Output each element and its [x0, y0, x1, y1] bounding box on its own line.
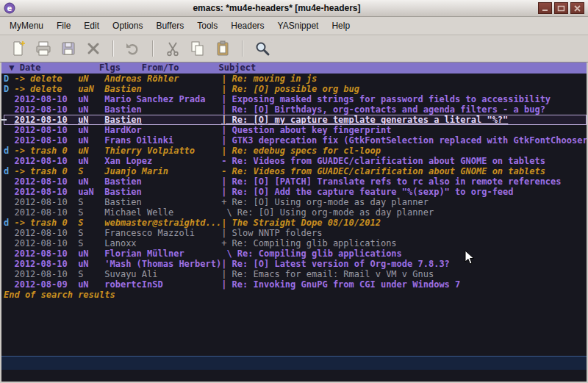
close-button[interactable]: [570, 2, 584, 14]
message-subject: | Exposing masked strings for password f…: [221, 94, 587, 104]
mark-char: d: [4, 166, 14, 176]
menu-item[interactable]: Help: [325, 18, 356, 33]
message-row[interactable]: 2012-08-10 uN HardKor | Question about k…: [4, 125, 587, 135]
message-row[interactable]: 2012-08-10 uN Frans Oilinki | GTK3 depre…: [4, 135, 587, 146]
search-icon: [254, 40, 271, 57]
message-row[interactable]: 2012-08-10 S Suvayu Ali | Re: Emacs for …: [4, 269, 587, 279]
message-from: Xan Lopez: [104, 156, 221, 166]
menu-item[interactable]: File: [50, 18, 77, 33]
message-row[interactable]: 2012-08-10 uN Florian Müllner \ Re: Comp…: [4, 248, 587, 259]
column-header-from[interactable]: From/To: [142, 62, 179, 74]
print-button[interactable]: [32, 37, 54, 60]
minimize-icon: [541, 5, 549, 12]
mark-char: [4, 156, 14, 166]
message-from: Bastien: [104, 104, 221, 115]
message-subject: | The Straight Dope 08/10/2012: [221, 218, 587, 228]
message-row[interactable]: d -> trash 0 S Juanjo Marin - Re: Videos…: [4, 166, 587, 176]
message-subject: | Re: [O] possible org bug: [221, 84, 587, 94]
message-date: 2012-08-10: [14, 228, 78, 238]
message-row[interactable]: 2012-08-10 uN Xan Lopez - Re: Videos fro…: [4, 156, 587, 166]
message-date: 2012-08-10: [14, 135, 78, 146]
toolbar-separator: [242, 40, 243, 57]
mark-char: [4, 269, 14, 279]
message-subject: \ Re: Compiling glib applications: [221, 248, 587, 259]
copy-button[interactable]: [187, 37, 209, 60]
close-buffer-button[interactable]: [82, 37, 104, 60]
cut-button[interactable]: [162, 37, 184, 60]
message-date: 2012-08-10: [14, 176, 78, 187]
message-flags: uN: [78, 176, 104, 187]
message-row[interactable]: 2012-08-10 S Michael Welle \ Re: [O] Usi…: [4, 207, 587, 218]
mode-line: *mu4e-headers* ( 5, 0) [All/2.0k] [mu4e-…: [1, 356, 587, 370]
message-date: 2012-08-10: [14, 207, 78, 218]
column-header-date[interactable]: ▼ Date: [9, 62, 40, 74]
message-row[interactable]: D -> delete uN Andreas Röhler | Re: movi…: [4, 74, 587, 84]
message-subject: - Re: Videos from GUADEC/clarification a…: [221, 166, 587, 176]
menu-item[interactable]: Edit: [77, 18, 106, 33]
message-subject: | Re: [O] Birthdays, org-contacts and ag…: [221, 104, 587, 115]
message-flags: uN: [78, 156, 104, 166]
message-date: 2012-08-10: [14, 269, 78, 279]
message-date: 2012-08-10: [14, 197, 78, 207]
emacs-window: e emacs: *mu4e-headers* [mu4e-headers] M…: [0, 0, 588, 383]
message-row[interactable]: D -> delete uaN Bastien | Re: [O] possib…: [4, 84, 587, 94]
print-icon: [35, 40, 52, 57]
message-row[interactable]: 2012-08-10 uN 'Mash (Thomas Herbert) | R…: [4, 259, 587, 269]
window-title: emacs: *mu4e-headers* [mu4e-headers]: [18, 3, 535, 13]
message-row[interactable]: d -> trash 0 uN Thierry Volpiatto | Re: …: [4, 146, 587, 156]
message-date: 2012-08-10: [14, 115, 78, 125]
message-flags: uN: [78, 74, 104, 84]
message-row[interactable]: 2012-08-10 uN Bastien | Re: [O] my captu…: [4, 115, 587, 125]
headers-header-line: ▼ Date Flgs From/To Subject: [1, 62, 587, 74]
message-row[interactable]: 2012-08-10 S Francesco Mazzoli | Slow NN…: [4, 228, 587, 238]
minimize-button[interactable]: [538, 2, 552, 14]
message-flags: uN: [78, 248, 104, 259]
mark-char: [4, 238, 14, 248]
mark-char: d: [4, 146, 14, 156]
message-flags: uaN: [78, 187, 104, 197]
message-flags: uN: [78, 104, 104, 115]
message-from: Michael Welle: [104, 207, 221, 218]
message-row[interactable]: d -> trash 0 S webmaster@straightd... | …: [4, 218, 587, 228]
message-row[interactable]: 2012-08-10 uN Bastien | Re: [O] Birthday…: [4, 104, 587, 115]
message-subject: - Re: Videos from GUADEC/clarification a…: [221, 156, 587, 166]
message-row[interactable]: 2012-08-09 uN robertcInSD | Re: Invoking…: [4, 279, 587, 290]
message-row[interactable]: 2012-08-10 uN Mario Sanchez Prada | Expo…: [4, 94, 587, 104]
menu-item[interactable]: Options: [106, 18, 149, 33]
column-header-flags[interactable]: Flgs: [99, 62, 121, 74]
message-date: -> delete: [14, 84, 78, 94]
message-from: Bastien: [104, 84, 221, 94]
minibuffer[interactable]: [1, 370, 587, 382]
menu-item[interactable]: MyMenu: [3, 18, 50, 33]
menu-item[interactable]: YASnippet: [271, 18, 326, 33]
message-from: Bastien: [104, 197, 221, 207]
save-button[interactable]: [57, 37, 79, 60]
message-flags: uN: [78, 259, 104, 269]
undo-button[interactable]: [122, 37, 144, 60]
message-row[interactable]: 2012-08-10 S Bastien + Re: [O] Using org…: [4, 197, 587, 207]
mark-char: [4, 197, 14, 207]
message-row[interactable]: 2012-08-10 uN Bastien | Re: [O] [PATCH] …: [4, 176, 587, 187]
message-flags: S: [78, 238, 104, 248]
message-from: Thierry Volpiatto: [104, 146, 221, 156]
message-row[interactable]: 2012-08-10 S Lanoxx + Re: Compiling glib…: [4, 238, 587, 248]
maximize-button[interactable]: [554, 2, 568, 14]
mu4e-headers-buffer: ▼ Date Flgs From/To Subject D -> delete …: [1, 62, 587, 382]
menu-item[interactable]: Buffers: [149, 18, 190, 33]
search-button[interactable]: [251, 37, 273, 60]
column-header-subject[interactable]: Subject: [219, 62, 257, 74]
mark-char: [4, 259, 14, 269]
mark-char: [4, 228, 14, 238]
message-subject: | Re: Invoking GnuPG from CGI under Wind…: [221, 279, 587, 290]
emacs-app-icon[interactable]: e: [4, 2, 15, 14]
message-subject: + Re: Compiling glib applications: [221, 238, 587, 248]
message-subject: | Slow NNTP folders: [221, 228, 587, 238]
new-file-button[interactable]: [7, 37, 29, 60]
menu-item[interactable]: Tools: [190, 18, 224, 33]
paste-button[interactable]: [212, 37, 234, 60]
message-row[interactable]: 2012-08-10 uaN Bastien | Re: [O] Add the…: [4, 187, 587, 197]
message-date: 2012-08-10: [14, 156, 78, 166]
menu-item[interactable]: Headers: [224, 18, 270, 33]
titlebar[interactable]: e emacs: *mu4e-headers* [mu4e-headers]: [0, 0, 588, 17]
mark-char: D: [4, 84, 14, 94]
